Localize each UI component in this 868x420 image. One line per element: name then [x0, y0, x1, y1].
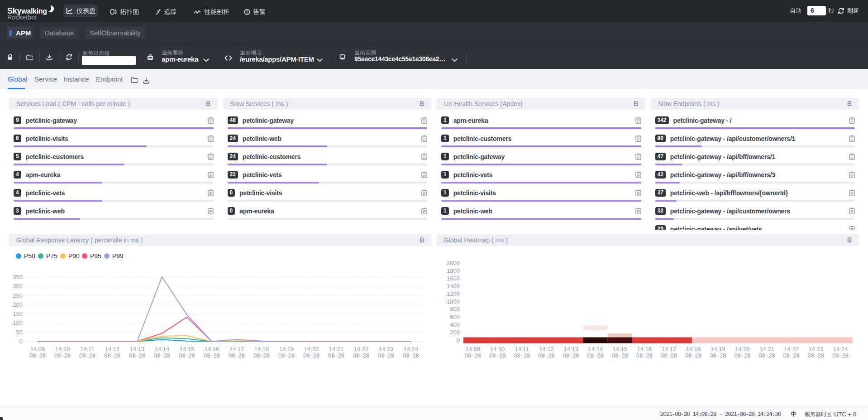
svg-text:14:19: 14:19	[279, 346, 294, 352]
svg-text:14:14: 14:14	[588, 346, 603, 352]
svg-text:08–28: 08–28	[104, 352, 120, 359]
svg-text:1800: 1800	[447, 267, 460, 274]
svg-text:08–28: 08–28	[328, 352, 344, 359]
svg-text:300: 300	[13, 283, 23, 290]
svg-text:0: 0	[19, 338, 23, 345]
svg-text:14:10: 14:10	[490, 346, 505, 352]
svg-text:14:16: 14:16	[637, 346, 652, 352]
svg-text:08–28: 08–28	[563, 352, 579, 359]
svg-text:08–28: 08–28	[465, 352, 481, 359]
svg-text:08–28: 08–28	[759, 352, 775, 359]
svg-text:14:15: 14:15	[613, 346, 628, 352]
svg-text:08–28: 08–28	[353, 352, 369, 359]
svg-text:14:19: 14:19	[711, 346, 725, 352]
svg-text:200: 200	[450, 329, 460, 336]
svg-text:08–28: 08–28	[808, 352, 824, 359]
svg-text:100: 100	[13, 319, 23, 326]
svg-text:14:12: 14:12	[539, 346, 554, 352]
svg-text:1200: 1200	[447, 290, 460, 297]
svg-text:08–28: 08–28	[54, 352, 71, 359]
svg-text:150: 150	[13, 310, 23, 317]
svg-text:08–28: 08–28	[29, 352, 46, 359]
svg-text:08–28: 08–28	[734, 352, 750, 359]
svg-text:14:23: 14:23	[379, 346, 394, 352]
svg-text:0: 0	[457, 337, 460, 344]
svg-text:08–28: 08–28	[378, 352, 394, 359]
svg-text:08–28: 08–28	[129, 352, 145, 359]
svg-text:08–28: 08–28	[489, 352, 506, 359]
svg-text:08–28: 08–28	[636, 352, 653, 359]
svg-text:1400: 1400	[447, 283, 460, 290]
svg-text:14:22: 14:22	[784, 346, 799, 352]
svg-text:08–28: 08–28	[612, 352, 628, 359]
svg-text:14:18: 14:18	[254, 346, 269, 352]
svg-text:08–28: 08–28	[514, 352, 530, 359]
svg-text:14:17: 14:17	[662, 346, 677, 352]
svg-text:08–28: 08–28	[179, 352, 195, 359]
svg-text:08–28: 08–28	[587, 352, 604, 359]
svg-text:50: 50	[16, 329, 23, 336]
svg-text:14:21: 14:21	[759, 346, 774, 352]
svg-text:400: 400	[450, 321, 460, 328]
svg-text:800: 800	[450, 306, 460, 313]
svg-text:08–28: 08–28	[783, 352, 800, 359]
svg-text:08–28: 08–28	[229, 352, 245, 359]
svg-text:08–28: 08–28	[303, 352, 320, 359]
svg-text:14:22: 14:22	[354, 346, 369, 352]
svg-text:350: 350	[13, 274, 23, 280]
svg-text:14:11: 14:11	[80, 346, 95, 352]
svg-text:14:23: 14:23	[809, 346, 824, 352]
svg-text:14:09: 14:09	[30, 346, 45, 352]
svg-text:14:24: 14:24	[404, 346, 419, 352]
svg-text:14:16: 14:16	[205, 346, 219, 352]
svg-text:08–28: 08–28	[278, 352, 295, 359]
svg-text:14:13: 14:13	[563, 346, 578, 352]
svg-text:14:18: 14:18	[686, 346, 701, 352]
svg-text:08–28: 08–28	[832, 352, 849, 359]
svg-text:14:09: 14:09	[466, 346, 481, 352]
svg-text:14:14: 14:14	[155, 346, 170, 352]
svg-text:14:20: 14:20	[735, 346, 750, 352]
svg-text:14:13: 14:13	[130, 346, 145, 352]
svg-text:600: 600	[450, 314, 460, 320]
svg-text:08–28: 08–28	[204, 352, 220, 359]
svg-text:1000: 1000	[447, 298, 460, 305]
svg-text:08–28: 08–28	[710, 352, 726, 359]
svg-text:14:20: 14:20	[304, 346, 319, 352]
svg-text:08–28: 08–28	[79, 352, 95, 359]
svg-text:14:17: 14:17	[229, 346, 244, 352]
svg-text:200: 200	[13, 301, 23, 308]
svg-text:08–28: 08–28	[253, 352, 270, 359]
svg-text:1600: 1600	[447, 275, 460, 282]
svg-text:14:24: 14:24	[833, 346, 848, 352]
svg-text:14:12: 14:12	[105, 346, 120, 352]
svg-text:14:11: 14:11	[515, 346, 529, 352]
svg-text:250: 250	[13, 292, 23, 299]
svg-text:08–28: 08–28	[538, 352, 554, 359]
svg-text:08–28: 08–28	[685, 352, 701, 359]
svg-text:14:10: 14:10	[55, 346, 70, 352]
svg-text:14:21: 14:21	[329, 346, 344, 352]
svg-text:08–28: 08–28	[403, 352, 419, 359]
svg-text:2000: 2000	[447, 260, 460, 266]
svg-text:14:15: 14:15	[180, 346, 195, 352]
svg-text:08–28: 08–28	[661, 352, 677, 359]
svg-text:08–28: 08–28	[154, 352, 170, 359]
